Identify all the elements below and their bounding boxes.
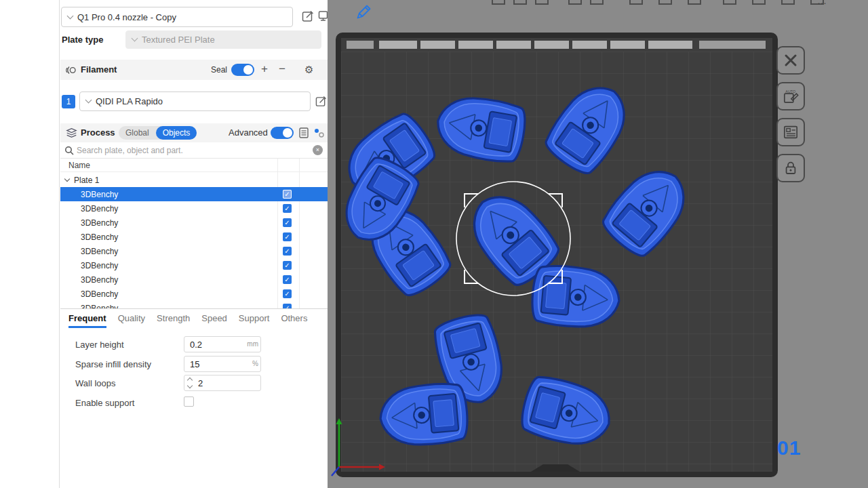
advanced-toggle[interactable] — [271, 127, 294, 139]
plate-strip-right — [699, 41, 766, 49]
object-row-5[interactable]: 3DBenchy✓ — [60, 258, 328, 272]
edit-filament-icon[interactable] — [315, 96, 327, 107]
object-visible-checkbox[interactable]: ✓ — [283, 218, 292, 227]
object-row-1[interactable]: 3DBenchy✓ — [60, 201, 328, 216]
object-row-2[interactable]: 3DBenchy✓ — [60, 216, 328, 230]
arrange-button[interactable] — [776, 118, 805, 146]
object-visible-checkbox[interactable]: ✓ — [283, 247, 292, 256]
object-name: 3DBenchy — [81, 247, 118, 256]
sidebar: Q1 Pro 0.4 nozzle - Copy Plate type Text… — [60, 0, 328, 488]
object-visible-checkbox[interactable]: ✓ — [283, 289, 292, 298]
toggle-knob — [243, 65, 253, 75]
object-row-4[interactable]: 3DBenchy✓ — [60, 244, 328, 258]
sparse-infill-label: Sparse infill density — [75, 359, 151, 369]
global-objects-segmented-control: Global Objects — [119, 126, 197, 140]
segment-objects[interactable]: Objects — [156, 126, 197, 140]
chevron-down-icon — [85, 97, 92, 104]
svg-text:AUTO: AUTO — [785, 89, 795, 94]
tab-strength[interactable]: Strength — [157, 309, 190, 328]
left-rail — [0, 0, 60, 488]
plate-type-select[interactable]: Textured PEI Plate — [125, 30, 321, 49]
auto-orient-icon: AUTO — [782, 87, 800, 105]
close-button[interactable] — [776, 46, 805, 75]
filament-settings-gear-icon[interactable]: ⚙ — [304, 64, 313, 76]
tab-support[interactable]: Support — [239, 309, 270, 328]
plate-row[interactable]: Plate 1 — [60, 173, 328, 187]
expander-chevron-icon[interactable] — [64, 176, 70, 182]
object-visible-checkbox[interactable]: ✓ — [283, 275, 292, 284]
chevron-down-icon — [67, 12, 74, 19]
edit-printer-icon[interactable] — [302, 10, 314, 22]
process-tabs: FrequentQualityStrengthSpeedSupportOther… — [60, 308, 328, 327]
layer-height-unit: mm — [241, 340, 258, 348]
plate-type-value: Textured PEI Plate — [142, 35, 215, 45]
add-filament-button[interactable]: + — [261, 63, 268, 75]
plate-strip-left — [347, 41, 374, 49]
segment-global[interactable]: Global — [119, 126, 156, 140]
viewport-3d[interactable]: … — [328, 0, 868, 488]
lock-icon — [783, 160, 799, 176]
search-row: × — [60, 142, 328, 159]
object-name: 3DBenchy — [81, 304, 118, 309]
filament-select[interactable]: QIDI PLA Rapido — [79, 92, 311, 111]
tab-speed[interactable]: Speed — [201, 309, 227, 328]
plate-number[interactable]: 01 — [777, 436, 801, 460]
object-name: 3DBenchy — [81, 204, 118, 214]
clear-search-icon[interactable]: × — [313, 145, 323, 155]
plate-label: Plate 1 — [74, 176, 99, 185]
sparse-infill-unit: % — [241, 360, 258, 367]
arrange-icon — [782, 123, 800, 141]
process-title: Process — [81, 127, 115, 138]
wall-loops-label: Wall loops — [75, 378, 115, 388]
object-name: 3DBenchy — [81, 218, 118, 228]
tab-quality[interactable]: Quality — [118, 309, 145, 328]
enable-support-checkbox[interactable] — [184, 396, 194, 407]
auto-orient-button[interactable]: AUTO — [776, 82, 805, 110]
stepper-down-icon[interactable] — [187, 383, 193, 388]
close-icon — [783, 52, 799, 68]
object-visible-checkbox[interactable]: ✓ — [283, 190, 292, 199]
advanced-label: Advanced — [229, 127, 268, 138]
search-input[interactable] — [77, 144, 300, 157]
name-column-header: Name — [68, 161, 90, 170]
search-icon — [64, 146, 74, 155]
object-row-0[interactable]: 3DBenchy✓ — [60, 187, 328, 201]
object-name: 3DBenchy — [81, 275, 118, 285]
object-row-7[interactable]: 3DBenchy✓ — [60, 287, 328, 301]
filament-title: Filament — [81, 64, 117, 75]
object-name: 3DBenchy — [81, 190, 118, 199]
object-visible-checkbox[interactable]: ✓ — [283, 304, 292, 308]
process-stack-icon — [66, 127, 77, 138]
object-visible-checkbox[interactable]: ✓ — [283, 261, 292, 270]
filament-select-value: QIDI PLA Rapido — [96, 96, 163, 106]
wall-loops-stepper[interactable] — [188, 378, 194, 388]
object-row-3[interactable]: 3DBenchy✓ — [60, 230, 328, 244]
parameter-table-icon[interactable] — [299, 127, 309, 138]
toggle-knob — [283, 128, 292, 138]
object-row-6[interactable]: 3DBenchy✓ — [60, 272, 328, 287]
tab-others[interactable]: Others — [281, 309, 307, 328]
lock-button[interactable] — [776, 154, 805, 182]
object-name: 3DBenchy — [81, 289, 118, 299]
seal-toggle[interactable] — [231, 64, 254, 76]
wall-loops-input[interactable] — [184, 375, 261, 391]
object-visible-checkbox[interactable]: ✓ — [283, 232, 292, 241]
enable-support-label: Enable support — [75, 398, 134, 408]
seal-label: Seal — [211, 65, 227, 75]
object-name: 3DBenchy — [81, 232, 118, 242]
printer-select[interactable]: Q1 Pro 0.4 nozzle - Copy — [61, 7, 293, 27]
compare-presets-icon[interactable] — [313, 127, 325, 138]
filament-spool-icon — [66, 64, 77, 76]
process-section-header: Process Global Objects Advanced — [60, 123, 328, 142]
tab-frequent[interactable]: Frequent — [68, 309, 106, 328]
chevron-down-icon — [132, 35, 138, 42]
qidi-studio-window: Q1 Pro 0.4 nozzle - Copy Plate type Text… — [0, 0, 868, 488]
object-visible-checkbox[interactable]: ✓ — [283, 204, 292, 213]
remove-filament-button[interactable]: − — [279, 63, 285, 75]
object-name: 3DBenchy — [81, 261, 118, 270]
filament-section-header: Filament Seal + − ⚙ — [60, 60, 328, 80]
plate-type-label: Plate type — [62, 35, 103, 45]
object-row-8[interactable]: 3DBenchy✓ — [60, 301, 328, 308]
printer-device-icon[interactable] — [318, 10, 328, 22]
filament-slot-badge[interactable]: 1 — [62, 95, 75, 108]
